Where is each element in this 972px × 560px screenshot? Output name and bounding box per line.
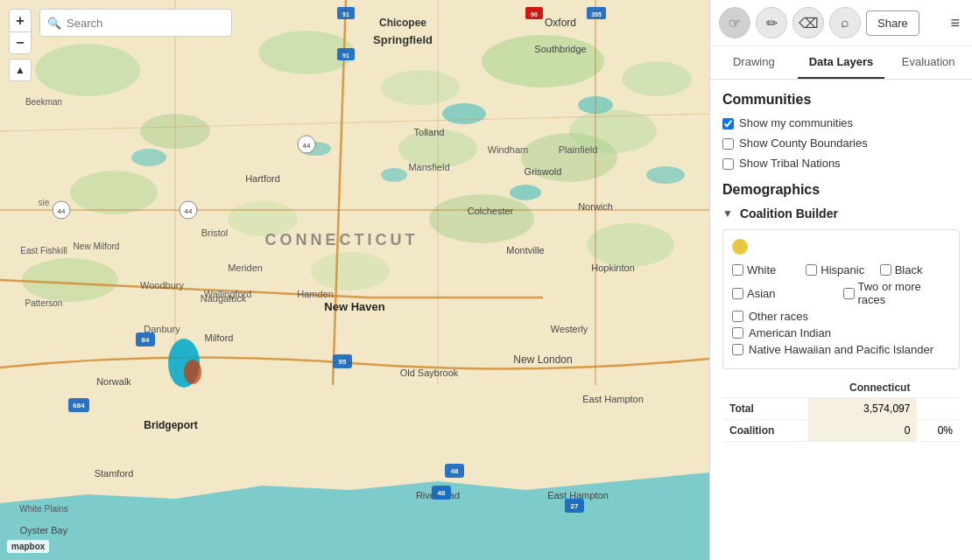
right-panel: ☞ ✏ ⌫ ⌕ Share ≡ Drawing Data Layers Eval…	[709, 0, 972, 560]
svg-point-16	[22, 258, 118, 302]
tab-drawing[interactable]: Drawing	[710, 46, 798, 79]
show-my-communities-label[interactable]: Show my communities	[739, 116, 853, 130]
other-races-checkbox[interactable]	[732, 311, 743, 322]
coalition-indicator	[732, 239, 950, 255]
native-hawaiian-label[interactable]: Native Hawaiian and Pacific Islander	[749, 343, 933, 356]
svg-text:90: 90	[531, 11, 538, 18]
svg-text:27: 27	[571, 502, 579, 510]
svg-point-12	[70, 171, 158, 214]
stats-coalition-value: 0	[808, 420, 917, 442]
svg-text:395: 395	[591, 11, 602, 18]
svg-point-17	[311, 252, 390, 290]
svg-text:Griswold: Griswold	[525, 166, 562, 177]
tab-evaluation[interactable]: Evaluation	[884, 46, 972, 79]
zoom-out-button[interactable]: −	[9, 32, 32, 54]
svg-text:91: 91	[342, 11, 349, 18]
svg-text:Hartford: Hartford	[245, 173, 280, 184]
svg-text:Hopkinton: Hopkinton	[591, 262, 635, 273]
svg-text:Bristol: Bristol	[201, 228, 229, 238]
two-or-more-label[interactable]: Two or more races	[858, 280, 951, 306]
white-label[interactable]: White	[747, 263, 776, 276]
svg-text:Plainfield: Plainfield	[559, 144, 598, 155]
share-button[interactable]: Share	[866, 10, 919, 36]
svg-point-6	[381, 70, 460, 105]
svg-point-20	[510, 185, 541, 200]
svg-point-23	[381, 168, 407, 182]
svg-text:Southbridge: Southbridge	[534, 44, 586, 54]
svg-text:Meriden: Meriden	[228, 262, 263, 273]
stats-total-value: 3,574,097	[808, 398, 917, 420]
svg-text:East Fishkill: East Fishkill	[20, 246, 67, 256]
communities-section: Communities Show my communities Show Cou…	[722, 92, 960, 170]
svg-text:Mansfield: Mansfield	[408, 162, 449, 172]
zoom-in-button[interactable]: +	[9, 9, 32, 32]
svg-text:White Plains: White Plains	[19, 504, 68, 514]
search-input[interactable]	[67, 17, 224, 30]
american-indian-label[interactable]: American Indian	[749, 326, 831, 340]
communities-header: Communities	[722, 92, 960, 108]
svg-point-3	[35, 44, 140, 96]
menu-button[interactable]: ≡	[947, 10, 963, 36]
svg-text:684: 684	[73, 402, 85, 410]
svg-text:84: 84	[142, 336, 150, 344]
panel-content: Communities Show my communities Show Cou…	[710, 80, 972, 560]
svg-text:44: 44	[58, 207, 66, 215]
map-container[interactable]: 91 91 395 90 Chicopee Springfield Oxford…	[0, 0, 709, 560]
american-indian-checkbox[interactable]	[732, 327, 743, 339]
black-checkbox[interactable]	[880, 264, 891, 276]
stats-total-row: Total 3,574,097	[722, 398, 960, 420]
collapse-arrow-icon[interactable]: ▼	[722, 207, 733, 220]
svg-text:Norwalk: Norwalk	[96, 376, 131, 387]
white-checkbox[interactable]	[732, 264, 743, 276]
race-two-or-more-item: Two or more races	[843, 280, 951, 306]
pencil-tool-button[interactable]: ✏	[756, 7, 787, 38]
svg-text:Stamford: Stamford	[95, 468, 134, 479]
hand-tool-button[interactable]: ☞	[719, 7, 750, 38]
race-american-indian-row: American Indian	[732, 326, 950, 340]
race-native-hawaiian-row: Native Hawaiian and Pacific Islander	[732, 343, 950, 356]
svg-point-14	[429, 194, 534, 243]
svg-text:Tolland: Tolland	[414, 127, 445, 137]
svg-point-15	[587, 223, 674, 267]
race-hispanic-item: Hispanic	[806, 263, 876, 276]
show-county-boundaries-checkbox[interactable]	[722, 138, 734, 150]
svg-text:95: 95	[339, 358, 347, 366]
coalition-builder: ▼ Coalition Builder White	[722, 206, 960, 369]
tab-data-layers[interactable]: Data Layers	[798, 46, 885, 79]
svg-text:Hamden: Hamden	[297, 289, 334, 299]
asian-checkbox[interactable]	[732, 288, 743, 299]
native-hawaiian-checkbox[interactable]	[732, 344, 743, 355]
show-county-boundaries-label[interactable]: Show County Boundaries	[739, 136, 868, 150]
coalition-builder-title: Coalition Builder	[740, 206, 838, 220]
asian-label[interactable]: Asian	[747, 287, 776, 300]
svg-text:Windham: Windham	[488, 144, 528, 155]
hispanic-checkbox[interactable]	[806, 264, 817, 276]
stats-total-label: Total	[722, 398, 808, 420]
search-icon: 🔍	[47, 17, 61, 30]
hispanic-label[interactable]: Hispanic	[821, 263, 864, 276]
svg-text:Montville: Montville	[506, 245, 544, 256]
svg-text:Woodbury: Woodbury	[140, 280, 184, 290]
svg-text:Patterson: Patterson	[25, 298, 63, 308]
map-svg: 91 91 395 90 Chicopee Springfield Oxford…	[0, 0, 709, 560]
two-or-more-checkbox[interactable]	[843, 288, 855, 299]
show-tribal-nations-label[interactable]: Show Tribal Nations	[739, 157, 841, 170]
other-races-label[interactable]: Other races	[749, 310, 808, 323]
svg-text:Beekman: Beekman	[25, 97, 62, 107]
black-label[interactable]: Black	[895, 263, 923, 276]
svg-text:New Milford: New Milford	[74, 242, 120, 251]
stats-coalition-label: Coalition	[722, 420, 808, 442]
svg-text:44: 44	[303, 142, 311, 150]
eraser-tool-button[interactable]: ⌫	[792, 7, 824, 38]
compass-button[interactable]: ▲	[9, 59, 32, 81]
search-tool-button[interactable]: ⌕	[829, 7, 861, 38]
stats-connecticut-header: Connecticut	[808, 378, 917, 398]
svg-text:East Hampton: East Hampton	[582, 394, 644, 404]
show-my-communities-checkbox[interactable]	[722, 118, 734, 130]
svg-text:44: 44	[185, 207, 193, 215]
svg-point-18	[442, 103, 486, 124]
svg-text:Oxford: Oxford	[545, 17, 576, 29]
show-tribal-nations-checkbox[interactable]	[722, 158, 734, 170]
svg-text:48: 48	[451, 467, 459, 475]
race-black-item: Black	[880, 263, 950, 276]
